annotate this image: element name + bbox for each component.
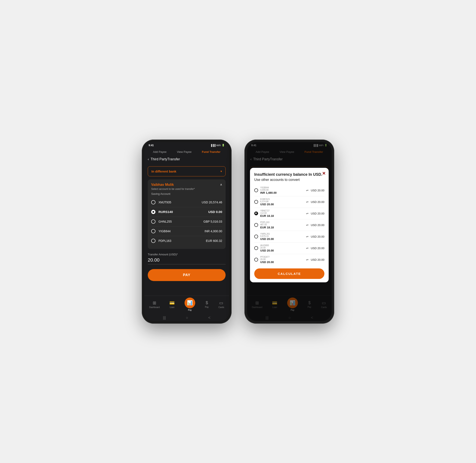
convert-arrow-icon-4: ⇌ <box>306 235 309 238</box>
nav-cards-1[interactable]: ▭ Cards <box>218 300 224 308</box>
conv-to-pdpl163: USD 20.00 <box>311 223 324 227</box>
pay-button-1[interactable]: PAY <box>148 269 225 281</box>
account-item-xmjt935[interactable]: XMJT935 USD 20,574.46 <box>151 197 222 207</box>
account-card-1: Vaibhav Mulik Select account to be used … <box>148 179 225 249</box>
account-info-pdpl163: PDPL163 <box>158 239 206 242</box>
pay-center-icon-1[interactable]: 📊 <box>184 298 195 308</box>
modal-overlay-2: ✕ Insufficient currency balance In USD. … <box>247 142 332 321</box>
account-item-ghnl255[interactable]: GHNL255 GBP 5,016.03 <box>151 217 222 226</box>
nav-pay-1[interactable]: $ Pay <box>205 300 209 308</box>
conv-sub-egbc621: 6,374.86 <box>260 200 304 203</box>
nav-add-payee-1[interactable]: Add Payee <box>153 150 167 153</box>
page-title-1: Third PartyTransfer <box>151 157 180 161</box>
conv-from-pfoe877: USD 20.00 <box>260 260 304 264</box>
account-info-ghnl255: GHNL255 <box>158 220 203 223</box>
conv-item-yigb844[interactable]: YIGB844 4,000.00 INR 1,480.00 ⇌ USD 20.0… <box>254 185 324 196</box>
signal-icon: ▐▐▐ <box>210 144 215 147</box>
transfer-label-1: Transfer Amount (USD)* <box>148 253 225 256</box>
conv-code-pfoe877: PFOE877 <box>260 256 304 258</box>
conv-from-yigb844: INR 1,480.00 <box>260 191 304 194</box>
account-item-yigb844[interactable]: YIGB844 INR 4,000.00 <box>151 226 222 236</box>
calculate-button[interactable]: CALCULATE <box>254 268 324 279</box>
conv-item-iaud800[interactable]: IAUD800 20.00 USD 20.00 ⇌ USD 20.00 <box>254 242 324 254</box>
radio-rurs140[interactable] <box>151 210 156 214</box>
nav-pay-center-1[interactable]: 📊 Pay <box>184 298 195 311</box>
conv-from-ywrl261: USD 20.00 <box>260 237 304 240</box>
account-owner-name-1: Vaibhav Mulik <box>151 183 195 187</box>
modal-box-2: ✕ Insufficient currency balance In USD. … <box>250 168 329 282</box>
conv-radio-egbc621[interactable] <box>254 200 258 204</box>
phone-2-screen: 9:41 ▐▐▐ WiFi 🔋 Add Payee View Payee Fun… <box>247 142 332 321</box>
account-item-pdpl163[interactable]: PDPL163 EUR 600.32 <box>151 236 222 246</box>
account-code-ghnl255: GHNL255 <box>158 220 203 223</box>
chart-icon-1: 📊 <box>187 300 193 306</box>
account-balance-pdpl163: EUR 600.32 <box>206 239 222 242</box>
nav-pay-center-label-1: Pay <box>188 309 192 311</box>
bank-dropdown-1[interactable]: In different bank ▾ <box>148 166 225 176</box>
account-subtitle-1: Select account to be used for transfer* <box>151 187 195 190</box>
account-item-rurs140[interactable]: RURS140 USD 0.00 <box>151 207 222 217</box>
dropdown-label-1: In different bank <box>151 169 176 173</box>
bottom-nav-1: ⊞ Dashboard 💳 Loan 📊 Pay $ Pay <box>144 296 229 315</box>
page-header-1: ‹ Third PartyTransfer <box>144 156 229 164</box>
status-time-1: 9:41 <box>149 144 154 147</box>
account-balance-ghnl255: GBP 5,016.03 <box>203 220 222 223</box>
conv-info-pdpl163: PDPL163 487.50 EUR 18.18 <box>260 221 304 229</box>
dashboard-icon-1: ⊞ <box>153 300 156 305</box>
conv-item-egbc621[interactable]: EGBC621 6,374.86 USD 20.00 ⇌ USD 20.00 <box>254 196 324 208</box>
conv-radio-pfoe877[interactable] <box>254 258 258 262</box>
conv-item-ybne727[interactable]: YBNE727 112.82 EUR 18.18 ⇌ USD 20.00 <box>254 208 324 219</box>
conv-radio-ywrl261[interactable] <box>254 235 258 239</box>
back-arrow-1[interactable]: ‹ <box>148 157 149 161</box>
radio-pdpl163[interactable] <box>151 239 156 243</box>
home-pill-right-1: < <box>208 316 211 320</box>
collapse-icon-1[interactable]: ∧ <box>220 183 222 186</box>
account-code-yigb844: YIGB844 <box>158 230 205 233</box>
loan-icon-1: 💳 <box>169 300 175 305</box>
radio-yigb844[interactable] <box>151 229 156 233</box>
transfer-amount-input-1[interactable]: 20.00 <box>148 257 225 264</box>
conv-to-yigb844: USD 20.00 <box>311 189 324 192</box>
conv-item-pdpl163[interactable]: PDPL163 487.50 EUR 18.18 ⇌ USD 20.00 <box>254 219 324 231</box>
radio-ghnl255[interactable] <box>151 219 156 224</box>
battery-icon: 🔋 <box>222 144 225 147</box>
pay-icon-1: $ <box>206 300 208 305</box>
account-info-xmjt935: XMJT935 <box>158 201 202 204</box>
nav-loan-1[interactable]: 💳 Loan <box>169 300 175 308</box>
account-code-rurs140: RURS140 <box>158 210 208 214</box>
nav-pay-label-1: Pay <box>205 306 209 308</box>
conv-code-egbc621: EGBC621 <box>260 198 304 200</box>
wifi-icon: WiFi <box>216 144 221 147</box>
conv-item-ywrl261[interactable]: YWRL261 9,979.19 USD 20.00 ⇌ USD 20.00 <box>254 231 324 242</box>
account-balance-xmjt935: USD 20,574.46 <box>202 201 222 204</box>
home-pill-left-1: ||| <box>163 316 166 320</box>
conv-radio-ybne727[interactable] <box>254 212 258 215</box>
close-modal-button[interactable]: ✕ <box>322 171 326 176</box>
conv-sub-ybne727: 112.82 <box>260 212 304 214</box>
nav-cards-label-1: Cards <box>218 306 224 308</box>
conv-code-ywrl261: YWRL261 <box>260 233 304 235</box>
conv-to-egbc621: USD 20.00 <box>311 200 324 204</box>
home-indicator-1: ||| ○ < <box>144 315 229 321</box>
conv-radio-yigb844[interactable] <box>254 188 258 192</box>
conv-sub-iaud800: 20.00 <box>260 247 304 249</box>
nav-fund-transfer-1[interactable]: Fund Transfer <box>202 150 220 153</box>
conv-to-pfoe877: USD 20.00 <box>311 258 324 261</box>
conv-info-egbc621: EGBC621 6,374.86 USD 20.00 <box>260 198 304 206</box>
conv-radio-pdpl163[interactable] <box>254 223 258 227</box>
conv-item-pfoe877[interactable]: PFOE877 20.00 USD 20.00 ⇌ USD 20.00 <box>254 254 324 266</box>
radio-xmjt935[interactable] <box>151 200 156 205</box>
nav-view-payee-1[interactable]: View Payee <box>177 150 191 153</box>
screen-content-1: In different bank ▾ Vaibhav Mulik Select… <box>144 164 229 296</box>
account-code-xmjt935: XMJT935 <box>158 201 202 204</box>
conv-radio-iaud800[interactable] <box>254 246 258 250</box>
conv-to-ybne727: USD 20.00 <box>311 212 324 215</box>
modal-subtitle: Use other accounts to convert <box>254 178 324 182</box>
conv-code-yigb844: YIGB844 <box>260 187 304 189</box>
nav-dashboard-label-1: Dashboard <box>149 306 160 308</box>
account-code-pdpl163: PDPL163 <box>158 239 206 242</box>
phone-1-screen: 9:41 ▐▐▐ WiFi 🔋 Add Payee View Payee Fun… <box>144 142 229 321</box>
convert-arrow-icon-0: ⇌ <box>306 189 309 192</box>
status-icons-1: ▐▐▐ WiFi 🔋 <box>210 144 225 147</box>
nav-dashboard-1[interactable]: ⊞ Dashboard <box>149 300 160 308</box>
